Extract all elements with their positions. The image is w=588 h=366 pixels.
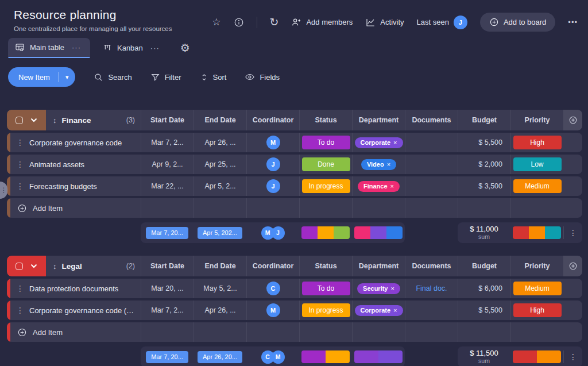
avatar-group[interactable]: C M	[261, 350, 285, 364]
item-name[interactable]: Corporate governance code (duplic...	[29, 306, 141, 315]
summary-kebab-icon[interactable]: ⋮	[563, 350, 582, 363]
status-cell[interactable]: In progress	[299, 176, 352, 196]
end-date-cell[interactable]: Apr 5, 2...	[194, 176, 246, 196]
status-cell[interactable]: To do	[299, 279, 352, 298]
priority-cell[interactable]: Medium	[510, 279, 563, 298]
start-date-cell[interactable]: Mar 20, ...	[141, 279, 194, 298]
tag-remove-icon[interactable]: ×	[390, 285, 394, 292]
column-header-status[interactable]: Status	[315, 116, 336, 124]
priority-pill[interactable]: Low	[513, 157, 562, 171]
tag-remove-icon[interactable]: ×	[390, 183, 394, 190]
column-header-department[interactable]: Department	[359, 116, 399, 124]
tab-kanban[interactable]: Kanban ···	[96, 39, 169, 57]
row-menu-icon[interactable]: ⋮	[10, 182, 29, 191]
add-column-button[interactable]	[563, 256, 582, 276]
fields-button[interactable]: Fields	[245, 72, 280, 82]
budget-cell[interactable]: $ 6,000	[458, 279, 510, 298]
status-distribution-bar[interactable]	[301, 226, 350, 239]
add-item-button[interactable]: Add Item	[10, 203, 63, 213]
priority-pill[interactable]: High	[513, 136, 562, 149]
documents-cell[interactable]	[405, 300, 458, 320]
row-menu-icon[interactable]: ⋮	[10, 284, 29, 293]
table-row[interactable]: ⋮ Corporate governance code Mar 7, 2... …	[7, 133, 582, 152]
date-range-pill[interactable]: Apr 5, 202...	[198, 227, 242, 239]
status-pill[interactable]: In progress	[302, 303, 350, 317]
start-date-cell[interactable]: Mar 7, 2...	[141, 300, 194, 320]
sort-button[interactable]: Sort	[200, 72, 227, 82]
row-menu-icon[interactable]: ⋮	[10, 160, 29, 169]
new-item-caret-icon[interactable]: ▾	[59, 74, 76, 81]
status-pill[interactable]: In progress	[302, 179, 350, 193]
status-pill[interactable]: To do	[302, 136, 350, 149]
coordinator-cell[interactable]: J	[246, 176, 299, 196]
last-seen-avatar[interactable]: J	[454, 16, 467, 29]
department-distribution-bar[interactable]	[354, 226, 403, 239]
status-pill[interactable]: Done	[302, 157, 350, 171]
priority-distribution-bar[interactable]	[513, 350, 561, 363]
item-name[interactable]: Data protection documents	[29, 284, 123, 293]
row-menu-icon[interactable]: ⋮	[10, 306, 29, 315]
add-item-row[interactable]: Add Item	[7, 322, 582, 342]
add-item-row[interactable]: Add Item	[7, 198, 582, 218]
budget-cell[interactable]: $ 2,000	[458, 155, 510, 174]
start-date-cell[interactable]: Mar 7, 2...	[141, 133, 194, 152]
column-header-start-date[interactable]: Start Date	[150, 262, 184, 270]
summary-kebab-icon[interactable]: ⋮	[563, 226, 582, 239]
board-settings-gear-icon[interactable]: ⚙	[180, 41, 190, 55]
add-column-button[interactable]	[563, 110, 582, 130]
tag-remove-icon[interactable]: ×	[393, 139, 397, 146]
column-header-end-date[interactable]: End Date	[204, 116, 235, 124]
group-collapse-chevron-icon[interactable]	[30, 118, 37, 122]
date-range-pill[interactable]: Mar 7, 20...	[146, 227, 188, 239]
coordinator-cell[interactable]: M	[246, 133, 299, 152]
group-collapse-chevron-icon[interactable]	[30, 264, 37, 268]
coordinator-cell[interactable]: C	[246, 279, 299, 298]
date-range-pill[interactable]: Apr 26, 20...	[198, 351, 242, 363]
department-cell[interactable]: Finance×	[352, 176, 405, 196]
tab-kanban-menu[interactable]: ···	[148, 44, 162, 52]
column-header-end-date[interactable]: End Date	[204, 262, 235, 270]
department-cell[interactable]: Corporate×	[352, 133, 405, 152]
add-to-board-button[interactable]: Add to board	[480, 13, 555, 32]
department-distribution-bar[interactable]	[354, 350, 403, 363]
group-drag-icon[interactable]: ↕	[53, 262, 57, 271]
column-header-department[interactable]: Department	[359, 262, 399, 270]
coordinator-cell[interactable]: M	[246, 300, 299, 320]
priority-cell[interactable]: High	[510, 133, 563, 152]
coordinator-avatar[interactable]: M	[266, 303, 280, 317]
priority-distribution-bar[interactable]	[513, 226, 561, 239]
board-more-menu[interactable]: •••	[568, 18, 578, 26]
end-date-cell[interactable]: Apr 26, ...	[194, 300, 246, 320]
coordinator-avatar[interactable]: J	[266, 157, 280, 171]
status-cell[interactable]: In progress	[299, 300, 352, 320]
column-header-documents[interactable]: Documents	[412, 116, 451, 124]
group-drag-icon[interactable]: ↕	[53, 116, 57, 125]
group-checkbox[interactable]	[16, 263, 23, 270]
favorite-star-icon[interactable]: ☆	[212, 17, 220, 27]
priority-pill[interactable]: Medium	[513, 179, 562, 193]
budget-cell[interactable]: $ 5,500	[458, 300, 510, 320]
column-header-documents[interactable]: Documents	[412, 262, 451, 270]
start-date-cell[interactable]: Mar 22, ...	[141, 176, 194, 196]
column-header-budget[interactable]: Budget	[472, 262, 497, 270]
end-date-cell[interactable]: May 5, 2...	[194, 279, 246, 298]
documents-cell[interactable]	[405, 176, 458, 196]
priority-pill[interactable]: High	[513, 303, 562, 317]
last-seen[interactable]: Last seen J	[417, 16, 467, 29]
tag-remove-icon[interactable]: ×	[393, 307, 397, 314]
department-tag[interactable]: Video×	[361, 159, 396, 170]
budget-cell[interactable]: $ 5,500	[458, 133, 510, 152]
status-pill[interactable]: To do	[302, 282, 350, 295]
new-item-button[interactable]: New Item ▾	[8, 67, 75, 87]
column-header-budget[interactable]: Budget	[472, 116, 497, 124]
column-header-priority[interactable]: Priority	[525, 262, 550, 270]
priority-pill[interactable]: Medium	[513, 282, 562, 295]
column-header-start-date[interactable]: Start Date	[150, 116, 184, 124]
table-row[interactable]: ⋮ Corporate governance code (duplic... M…	[7, 300, 582, 320]
add-item-button[interactable]: Add Item	[10, 328, 63, 337]
budget-cell[interactable]: $ 3,500	[458, 176, 510, 196]
documents-cell[interactable]	[405, 133, 458, 152]
priority-cell[interactable]: Medium	[510, 176, 563, 196]
tab-main-table[interactable]: Main table ···	[8, 38, 90, 58]
column-header-status[interactable]: Status	[315, 262, 336, 270]
